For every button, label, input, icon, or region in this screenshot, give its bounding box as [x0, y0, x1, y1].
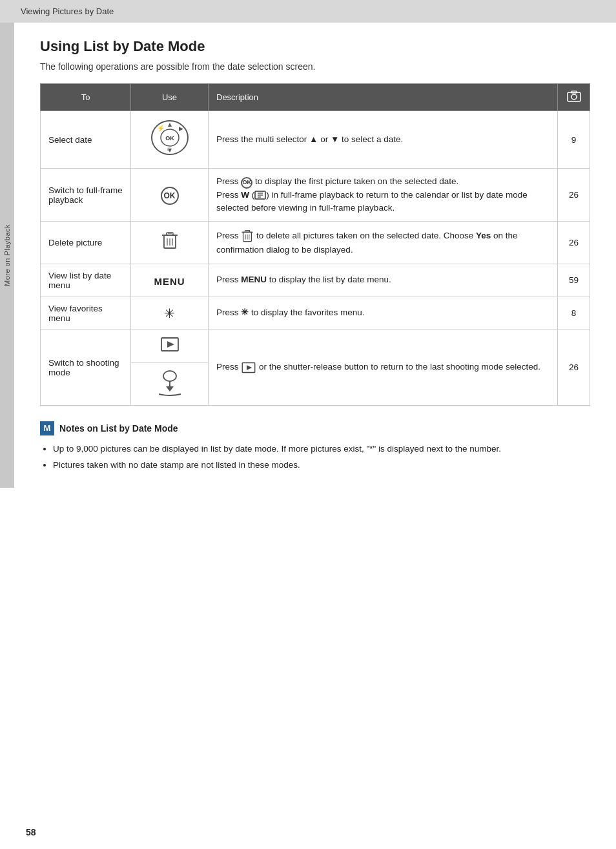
row-desc-shooting: Press or the shutter-release button to r… [209, 330, 558, 405]
play-button-icon [160, 337, 180, 352]
star-icon: ✳ [164, 306, 175, 320]
notes-icon: M [40, 421, 54, 435]
svg-marker-6 [168, 123, 172, 127]
row-to-favorites: View favorites menu [41, 297, 131, 330]
breadcrumb: Viewing Pictures by Date [21, 6, 114, 16]
side-tab-label: More on Playback [3, 224, 11, 286]
camera-control-icon: OK ⚡ ▶ ☺ [147, 118, 193, 158]
col-header-use: Use [131, 84, 209, 111]
svg-point-1 [571, 94, 577, 100]
table-row: View list by date menu MENU Press MENU t… [41, 264, 590, 297]
svg-marker-34 [166, 386, 174, 392]
row-use-shooting-play [131, 330, 209, 362]
row-use-delete [131, 222, 209, 264]
svg-point-32 [163, 371, 176, 381]
row-use-favorites: ✳ [131, 297, 209, 330]
ok-icon: OK [161, 187, 179, 205]
col-header-description: Description [209, 84, 558, 111]
row-desc-menu: Press MENU to display the list by date m… [209, 264, 558, 297]
svg-rect-24 [245, 231, 250, 233]
menu-icon: MENU [154, 276, 185, 287]
notes-list: Up to 9,000 pictures can be displayed in… [40, 442, 590, 472]
page-number: 58 [26, 827, 36, 837]
row-to-select-date: Select date [41, 111, 131, 169]
notes-header: M Notes on List by Date Mode [40, 421, 590, 435]
row-use-select-date: OK ⚡ ▶ ☺ [131, 111, 209, 169]
svg-text:OK: OK [165, 135, 174, 142]
list-item: Pictures taken with no date stamp are no… [53, 458, 590, 472]
row-use-fullframe: OK [131, 169, 209, 222]
operations-table: To Use Description [40, 83, 590, 406]
top-bar: Viewing Pictures by Date [0, 0, 616, 23]
svg-text:⚡: ⚡ [157, 124, 165, 132]
row-desc-select-date: Press the multi selector ▲ or ▼ to selec… [209, 111, 558, 169]
table-row: Switch to full-frame playback OK Press O… [41, 169, 590, 222]
row-desc-fullframe: Press OK to display the first picture ta… [209, 169, 558, 222]
table-row: Select date OK [41, 111, 590, 169]
col-header-icon [558, 84, 590, 111]
page-title: Using List by Date Mode [40, 38, 590, 55]
notes-title: Notes on List by Date Mode [59, 423, 178, 434]
row-to-fullframe: Switch to full-frame playback [41, 169, 131, 222]
col-header-to: To [41, 84, 131, 111]
table-row: Switch to shooting mode Press or the shu… [41, 330, 590, 362]
row-ref-menu: 59 [558, 264, 590, 297]
row-desc-delete: Press to delete all pictures taken on th… [209, 222, 558, 264]
row-ref-favorites: 8 [558, 297, 590, 330]
row-use-shooting-shutter [131, 362, 209, 405]
svg-rect-0 [568, 92, 580, 101]
svg-text:▶: ▶ [179, 125, 183, 132]
trash-icon [161, 230, 179, 251]
list-item: Up to 9,000 pictures can be displayed in… [53, 442, 590, 456]
notes-section: M Notes on List by Date Mode Up to 9,000… [40, 421, 590, 472]
svg-marker-29 [167, 341, 174, 348]
row-ref-select-date: 9 [558, 111, 590, 169]
svg-text:☺: ☺ [166, 146, 172, 152]
row-to-shooting: Switch to shooting mode [41, 330, 131, 405]
shutter-release-icon [154, 370, 186, 397]
page-subtitle: The following operations are possible fr… [40, 61, 590, 72]
row-to-menu: View list by date menu [41, 264, 131, 297]
table-row: Delete picture [41, 222, 590, 264]
row-to-delete: Delete picture [41, 222, 131, 264]
row-ref-delete: 26 [558, 222, 590, 264]
svg-marker-31 [247, 365, 252, 370]
row-ref-shooting: 26 [558, 330, 590, 405]
row-desc-favorites: Press ✳ to display the favorites menu. [209, 297, 558, 330]
row-ref-fullframe: 26 [558, 169, 590, 222]
table-row: View favorites menu ✳ Press ✳ to display… [41, 297, 590, 330]
side-tab: More on Playback [0, 23, 14, 488]
row-use-menu: MENU [131, 264, 209, 297]
